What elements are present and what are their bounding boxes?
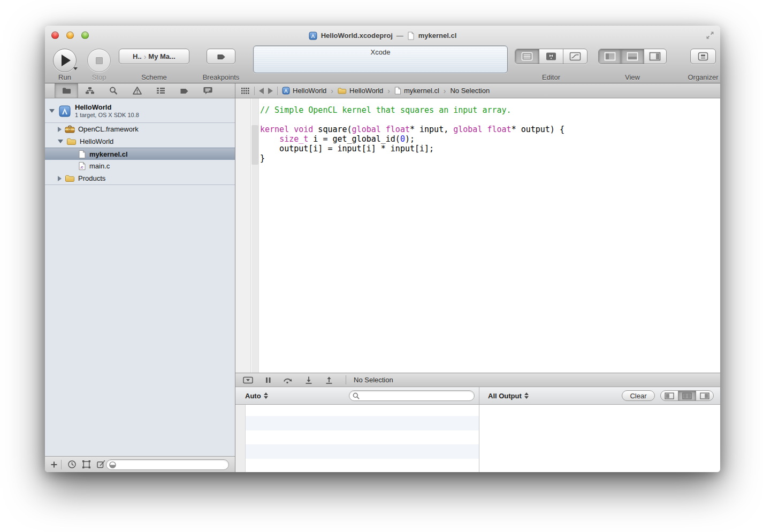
stop-button[interactable]	[87, 49, 111, 72]
threads-nav-icon	[156, 86, 166, 95]
organizer-label: Organizer	[671, 73, 720, 81]
activity-text: Xcode	[371, 48, 391, 56]
breakpoints-button[interactable]	[207, 49, 235, 64]
log-navigator-tab[interactable]	[196, 83, 219, 98]
stop-label: Stop	[85, 73, 113, 81]
recent-files-icon[interactable]	[67, 460, 77, 469]
c-file-icon: .c	[78, 161, 86, 171]
fold-region[interactable]	[251, 125, 258, 165]
pause-button[interactable]	[264, 376, 272, 384]
divider	[254, 87, 255, 95]
breadcrumb-group[interactable]: HelloWorld	[338, 87, 383, 95]
window-title: HelloWorld.xcodeproj — mykernel.cl	[309, 32, 457, 40]
search-navigator-tab[interactable]	[102, 83, 125, 98]
standard-editor-icon	[521, 52, 533, 61]
issue-nav-icon	[132, 86, 142, 95]
breakpoint-gutter[interactable]	[235, 98, 251, 373]
popup-arrows-icon	[264, 392, 268, 399]
console-only-button[interactable]	[696, 391, 713, 400]
split-view-button[interactable]	[678, 391, 696, 400]
disclosure-open-icon[interactable]	[58, 140, 63, 143]
file-icon	[394, 87, 401, 95]
add-button[interactable]	[50, 461, 58, 468]
code-folding-ribbon[interactable]	[251, 98, 259, 373]
scope-label: Auto	[245, 392, 261, 400]
tree-row-products[interactable]: Products	[45, 172, 235, 184]
console-view[interactable]	[479, 405, 720, 472]
assistant-editor-button[interactable]	[539, 49, 563, 64]
run-label: Run	[52, 73, 78, 81]
zoom-button[interactable]	[81, 32, 89, 39]
related-items-icon[interactable]	[241, 87, 250, 95]
snapshot-icon[interactable]	[82, 460, 91, 469]
debug-layout-control	[660, 390, 714, 401]
jump-bar: HelloWorld › HelloWorld › myke	[235, 83, 720, 98]
titlebar[interactable]: HelloWorld.xcodeproj — mykernel.cl	[45, 26, 720, 45]
step-out-button[interactable]	[324, 376, 334, 384]
output-filter-popup[interactable]: All Output	[488, 392, 529, 400]
clear-label: Clear	[630, 392, 646, 400]
tree-item-label: HelloWorld	[80, 137, 113, 145]
variables-search-field[interactable]	[349, 390, 475, 401]
minimize-button[interactable]	[66, 32, 74, 39]
source-editor[interactable]: // Simple OpenCL kernel that squares an …	[235, 98, 720, 373]
unsaved-files-icon[interactable]	[96, 460, 105, 469]
both-panes-icon	[682, 392, 692, 399]
tree-row-framework[interactable]: OpenCL.framework	[45, 123, 235, 135]
breadcrumb-selection[interactable]: No Selection	[450, 87, 490, 95]
organizer-button[interactable]	[690, 49, 716, 64]
scheme-destination: My Ma...	[148, 52, 176, 60]
standard-editor-button[interactable]	[515, 49, 539, 64]
debug-area-toggle-button[interactable]	[621, 49, 644, 64]
breakpoint-nav-icon	[179, 86, 189, 95]
navigator-filter-bar	[45, 456, 235, 472]
disclosure-open-icon[interactable]	[49, 109, 55, 113]
code-text[interactable]: // Simple OpenCL kernel that squares an …	[260, 105, 564, 163]
variables-header: Auto	[235, 387, 479, 404]
project-row[interactable]: HelloWorld 1 target, OS X SDK 10.8	[45, 99, 235, 122]
step-into-button[interactable]	[304, 376, 314, 384]
breakpoint-navigator-tab[interactable]	[172, 83, 196, 98]
symbol-navigator-tab[interactable]	[78, 83, 102, 98]
xcodeproj-icon	[309, 32, 317, 40]
navigator-filter-field[interactable]	[106, 459, 229, 470]
breadcrumb-project[interactable]: HelloWorld	[282, 87, 326, 95]
debug-bar: No Selection	[235, 373, 720, 387]
forward-button[interactable]	[268, 88, 273, 94]
step-over-button[interactable]	[283, 376, 293, 384]
tree-row-group[interactable]: HelloWorld	[45, 135, 235, 148]
utilities-toggle-button[interactable]	[644, 49, 666, 64]
disclosure-closed-icon[interactable]	[58, 176, 62, 181]
toolbar: Run Stop H.. › My Ma... Scheme	[45, 45, 720, 83]
tree-row-file[interactable]: .c main.c	[45, 160, 235, 172]
back-button[interactable]	[259, 88, 264, 94]
project-tree: HelloWorld 1 target, OS X SDK 10.8 OpenC…	[45, 98, 235, 456]
variables-only-button[interactable]	[661, 391, 678, 400]
tree-separator	[45, 184, 235, 185]
tree-item-label: Products	[78, 174, 105, 182]
project-navigator-tab[interactable]	[55, 83, 78, 98]
disclosure-closed-icon[interactable]	[58, 127, 62, 132]
breadcrumb-chevron: ›	[331, 87, 333, 95]
title-project: HelloWorld.xcodeproj	[321, 32, 393, 40]
navigator-toggle-button[interactable]	[599, 49, 621, 64]
scheme-selector[interactable]: H.. › My Ma...	[119, 49, 189, 64]
view-control	[598, 49, 667, 64]
breadcrumb-label: HelloWorld	[349, 87, 383, 95]
xcode-project-icon	[282, 87, 290, 95]
window-header: HelloWorld.xcodeproj — mykernel.cl	[45, 26, 720, 83]
variables-scope-popup[interactable]: Auto	[245, 392, 268, 400]
version-editor-button[interactable]	[563, 49, 587, 64]
run-button[interactable]	[53, 49, 77, 72]
fullscreen-icon[interactable]	[705, 30, 715, 40]
hide-debug-area-button[interactable]	[243, 376, 254, 384]
clear-console-button[interactable]: Clear	[622, 390, 655, 401]
tree-row-selected-file[interactable]: mykernel.cl	[45, 148, 235, 160]
debug-navigator-tab[interactable]	[149, 83, 172, 98]
close-button[interactable]	[51, 32, 59, 39]
scheme-chevron: ›	[144, 52, 147, 61]
breadcrumb-file[interactable]: mykernel.cl	[394, 87, 439, 95]
variables-view[interactable]	[235, 405, 479, 472]
popup-arrows-icon	[524, 392, 529, 399]
issue-navigator-tab[interactable]	[125, 83, 149, 98]
